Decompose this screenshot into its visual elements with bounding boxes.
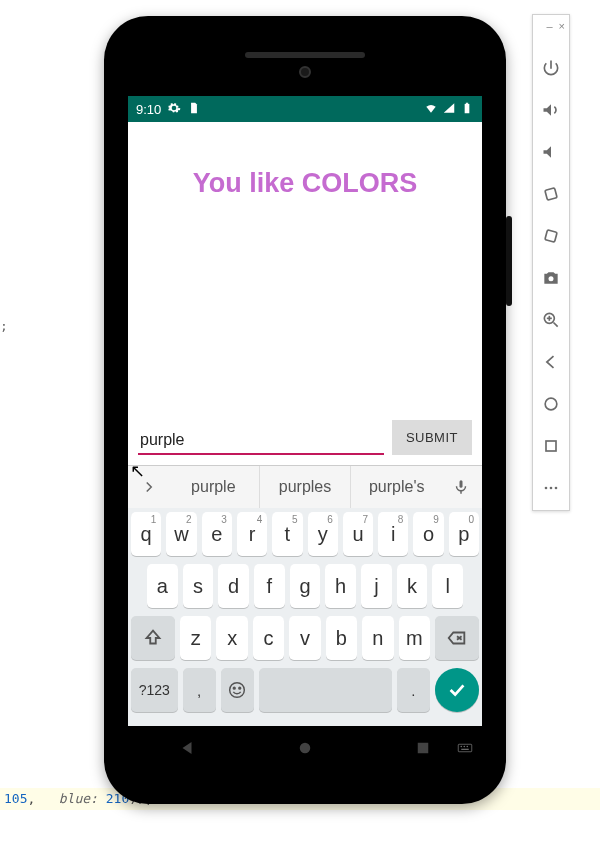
svg-rect-14 [460,480,463,488]
key-r[interactable]: r4 [237,512,267,556]
key-l[interactable]: l [432,564,463,608]
key-f[interactable]: f [254,564,285,608]
phone-frame: 9:10 [104,16,506,804]
input-row: SUBMIT [128,420,482,465]
comma-key[interactable]: , [183,668,216,712]
key-k[interactable]: k [397,564,428,608]
svg-rect-8 [546,441,556,451]
wifi-icon [424,101,438,118]
key-i[interactable]: i8 [378,512,408,556]
key-s[interactable]: s [183,564,214,608]
key-n[interactable]: n [362,616,393,660]
rotate-right-icon[interactable] [539,224,563,248]
suggestion-bar: purple purples purple's [128,466,482,508]
svg-rect-1 [545,230,557,242]
minimize-icon[interactable]: – [546,21,552,32]
suggestion-2[interactable]: purples [259,466,351,508]
speaker-grille [245,52,365,58]
enter-key[interactable] [435,668,479,712]
svg-rect-23 [458,744,472,752]
period-key[interactable]: . [397,668,430,712]
nav-back-icon[interactable] [178,739,196,761]
svg-line-4 [554,323,558,327]
backspace-key[interactable] [435,616,479,660]
svg-point-9 [545,487,548,490]
nav-recents-icon[interactable] [414,739,432,761]
key-z[interactable]: z [180,616,211,660]
svg-rect-27 [461,749,469,750]
nav-keyboard-icon[interactable] [456,739,474,761]
key-w[interactable]: w2 [166,512,196,556]
symbols-key[interactable]: ?123 [131,668,178,712]
svg-point-25 [464,746,466,748]
recents-icon[interactable] [539,434,563,458]
camera-icon[interactable] [539,266,563,290]
suggestion-1[interactable]: purple [168,466,259,508]
suggestion-3[interactable]: purple's [350,466,442,508]
color-input[interactable] [138,427,384,455]
svg-rect-22 [418,743,429,754]
emulator-window-buttons: – × [533,21,569,36]
key-c[interactable]: c [253,616,284,660]
svg-point-24 [461,746,463,748]
submit-button[interactable]: SUBMIT [392,420,472,455]
key-o[interactable]: o9 [413,512,443,556]
svg-point-11 [555,487,558,490]
zoom-in-icon[interactable] [539,308,563,332]
key-q[interactable]: q1 [131,512,161,556]
key-y[interactable]: y6 [308,512,338,556]
back-icon[interactable] [539,350,563,374]
volume-down-icon[interactable] [539,140,563,164]
key-row-1: q1w2e3r4t5y6u7i8o9p0 [131,512,479,556]
key-b[interactable]: b [326,616,357,660]
svg-point-18 [230,683,245,698]
svg-point-21 [300,743,311,754]
key-h[interactable]: h [325,564,356,608]
key-m[interactable]: m [399,616,430,660]
key-t[interactable]: t5 [272,512,302,556]
headline-text: You like COLORS [128,168,482,199]
soft-keyboard: purple purples purple's q1w2e3r4t5y6u7i8… [128,465,482,726]
key-row-4: ?123 , . [131,668,479,712]
power-icon[interactable] [539,56,563,80]
mic-icon[interactable] [446,472,476,502]
key-x[interactable]: x [216,616,247,660]
editor-bg-line-1: ; [0,318,8,333]
app-content: You like COLORS SUBMIT [128,122,482,465]
volume-up-icon[interactable] [539,98,563,122]
space-key[interactable] [259,668,392,712]
key-p[interactable]: p0 [449,512,479,556]
key-j[interactable]: j [361,564,392,608]
shift-key[interactable] [131,616,175,660]
key-g[interactable]: g [290,564,321,608]
svg-point-20 [239,687,241,689]
cellular-icon [442,101,456,118]
svg-point-19 [234,687,236,689]
svg-point-2 [549,276,554,281]
sim-icon [187,101,201,118]
svg-rect-12 [465,103,470,112]
svg-rect-0 [545,188,557,200]
device-nav-bar [128,730,482,770]
svg-point-26 [467,746,469,748]
key-e[interactable]: e3 [202,512,232,556]
battery-icon [460,101,474,118]
nav-home-icon[interactable] [296,739,314,761]
emoji-key[interactable] [221,668,254,712]
key-row-3: zxcvbnm [131,616,479,660]
key-d[interactable]: d [218,564,249,608]
rotate-left-icon[interactable] [539,182,563,206]
key-v[interactable]: v [289,616,320,660]
device-screen: 9:10 [128,96,482,726]
key-a[interactable]: a [147,564,178,608]
more-icon[interactable] [539,476,563,500]
svg-point-10 [550,487,553,490]
status-bar: 9:10 [128,96,482,122]
gear-icon [167,101,181,118]
chevron-right-icon[interactable] [134,472,164,502]
close-icon[interactable]: × [559,21,565,32]
svg-rect-13 [466,102,468,103]
svg-point-7 [545,398,557,410]
home-icon[interactable] [539,392,563,416]
key-u[interactable]: u7 [343,512,373,556]
